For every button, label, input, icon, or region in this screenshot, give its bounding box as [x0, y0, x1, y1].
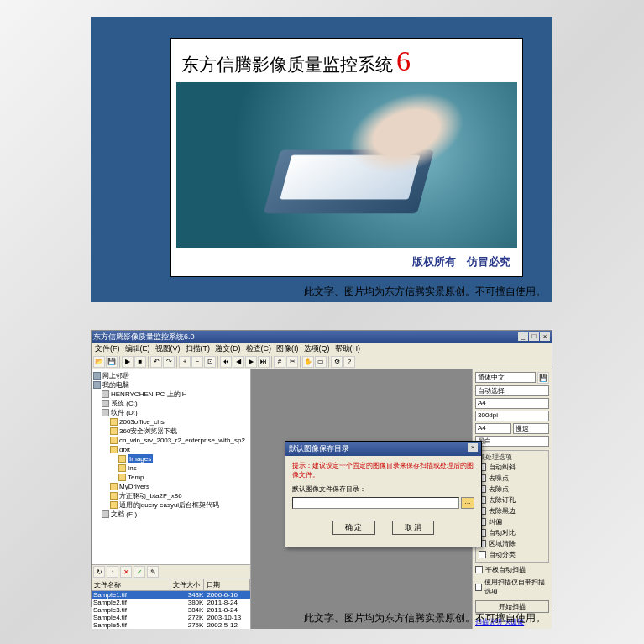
- tb-open-icon[interactable]: 📂: [93, 356, 105, 368]
- folder-icon: [110, 483, 118, 490]
- fl-up-icon[interactable]: ↑: [107, 566, 118, 578]
- save-settings-icon[interactable]: 💾: [537, 372, 549, 384]
- tree-ins[interactable]: Ins: [128, 463, 137, 473]
- menu-option[interactable]: 选项(Q): [304, 343, 330, 354]
- tree-n4[interactable]: dfxt: [119, 445, 130, 454]
- cb-autoclassify[interactable]: [479, 551, 486, 558]
- menu-check[interactable]: 检查(C): [246, 343, 272, 354]
- window-title: 东方信腾影像质量监控系统6.0: [93, 332, 195, 343]
- tree-images-selected[interactable]: Images: [128, 454, 153, 463]
- save-dir-dialog: 默认图像保存目录 × 提示：建议设定一个固定的图像目录来保存扫描或处理后的图像文…: [285, 441, 482, 547]
- menu-scan[interactable]: 扫描(T): [186, 343, 211, 354]
- save-dir-input[interactable]: [292, 497, 459, 509]
- col-size[interactable]: 文件大小: [170, 579, 204, 590]
- folder-icon: [118, 474, 126, 481]
- tb-last-icon[interactable]: ⏭: [258, 356, 270, 368]
- preprocess-group: 预处理选项 自动纠斜 去噪点 去除点 去除订孔 去除黑边 纠偏 自动对比 区域清…: [475, 450, 549, 563]
- tb-crop-icon[interactable]: ✂: [286, 356, 298, 368]
- tb-settings-icon[interactable]: ⚙: [331, 356, 343, 368]
- tb-zoom-out-icon[interactable]: −: [191, 356, 203, 368]
- tb-first-icon[interactable]: ⏮: [220, 356, 232, 368]
- tb-help-icon[interactable]: ?: [343, 356, 355, 368]
- paper-select2[interactable]: A4: [475, 423, 511, 434]
- speed-select[interactable]: 慢速: [513, 423, 549, 434]
- minimize-button[interactable]: _: [518, 332, 528, 341]
- tb-fit-icon[interactable]: ⊡: [204, 356, 216, 368]
- tree-net[interactable]: 网上邻居: [102, 371, 129, 380]
- menu-image[interactable]: 图像(I): [276, 343, 299, 354]
- col-date[interactable]: 日期: [204, 579, 250, 590]
- tree-d[interactable]: 软件 (D:): [111, 408, 138, 417]
- tree-mycomp[interactable]: 我的电脑: [102, 380, 129, 390]
- tree-n6[interactable]: 方正驱动_bta2P_x86: [119, 491, 182, 500]
- tree-c[interactable]: 系统 (C:): [111, 399, 138, 408]
- fl-check-icon[interactable]: ✓: [134, 566, 145, 578]
- file-list[interactable]: Sample1.tif343K2006-6-16 Sample2.tif380K…: [92, 591, 250, 629]
- cancel-button[interactable]: 取 消: [392, 521, 435, 535]
- dialog-close-button[interactable]: ×: [468, 443, 478, 452]
- folder-icon: [118, 464, 126, 472]
- folder-icon: [110, 501, 118, 509]
- app-watermark: 此文字、图片均为东方信腾实景原创。不可擅自使用。: [304, 611, 546, 626]
- file-row: Sample5.tif275K2002-5-12: [92, 621, 250, 629]
- tb-hand-icon[interactable]: ✋: [302, 356, 314, 368]
- tb-rotate-right-icon[interactable]: ↷: [163, 356, 175, 368]
- tb-save-icon[interactable]: 💾: [106, 356, 118, 368]
- tb-zoom-in-icon[interactable]: +: [179, 356, 191, 368]
- menu-view[interactable]: 视图(V): [155, 343, 181, 354]
- folder-tree[interactable]: 网上邻居 我的电脑 HENRYCHEN-PC 上的 H 系统 (C:) 软件 (…: [92, 369, 250, 564]
- dialog-titlebar: 默认图像保存目录 ×: [285, 442, 481, 456]
- tree-n1[interactable]: 2003office_chs: [119, 417, 165, 427]
- menu-edit[interactable]: 编辑(E): [125, 343, 150, 354]
- app-window: 东方信腾影像质量监控系统6.0 _ □ × 文件(F) 编辑(E) 视图(V) …: [91, 330, 552, 607]
- maximize-button[interactable]: □: [529, 332, 539, 341]
- file-row: Sample3.tif384K2011-8-24: [92, 606, 250, 614]
- network-icon: [93, 372, 101, 380]
- splash-image: [176, 82, 517, 248]
- tree-e[interactable]: 文档 (E:): [111, 510, 137, 519]
- tb-select-icon[interactable]: ▭: [315, 356, 327, 368]
- tb-grid-icon[interactable]: #: [274, 356, 285, 368]
- menu-file[interactable]: 文件(F): [95, 343, 120, 354]
- tb-scan-icon[interactable]: ▶: [122, 356, 134, 368]
- file-row: Sample4.tif272K2003-10-13: [92, 614, 250, 621]
- fl-delete-icon[interactable]: ✕: [120, 566, 132, 578]
- copyright-text: 版权所有 仿冒必究: [171, 249, 522, 276]
- computer-icon: [93, 381, 101, 389]
- fl-rename-icon[interactable]: ✎: [147, 566, 159, 578]
- paper-select[interactable]: A4: [475, 398, 549, 409]
- col-name[interactable]: 文件名称: [92, 579, 170, 590]
- splash-window: 东方信腾影像质量监控系统6 版权所有 仿冒必究: [170, 38, 523, 277]
- tree-n5[interactable]: MyDrivers: [119, 482, 149, 491]
- tb-prev-icon[interactable]: ◀: [233, 356, 244, 368]
- cb-flatbed[interactable]: [475, 566, 483, 573]
- fl-refresh-icon[interactable]: ↻: [93, 566, 105, 578]
- close-button[interactable]: ×: [540, 332, 550, 341]
- tree-h[interactable]: HENRYCHEN-PC 上的 H: [111, 390, 187, 399]
- cb-adf[interactable]: [475, 584, 482, 591]
- tb-rotate-left-icon[interactable]: ↶: [150, 356, 162, 368]
- color-select[interactable]: 黑白: [475, 436, 549, 447]
- tree-n2[interactable]: 360安全浏览器下载: [119, 427, 177, 436]
- dpi-select[interactable]: 300dpi: [475, 411, 549, 421]
- menu-submit[interactable]: 递交(D): [215, 343, 241, 354]
- tb-stop-icon[interactable]: ■: [134, 356, 146, 368]
- folder-icon: [110, 492, 118, 500]
- splash-title: 东方信腾影像质量监控系统6: [171, 39, 522, 81]
- filelist-header: 文件名称 文件大小 日期: [92, 579, 250, 591]
- scan-panel: 简体中文 💾 自动选择 A4 300dpi A4 慢速 黑白 预处理选项 自动纠…: [472, 369, 552, 629]
- drive-icon: [102, 390, 109, 398]
- lang-select[interactable]: 简体中文: [475, 372, 536, 383]
- menu-help[interactable]: 帮助(H): [335, 343, 361, 354]
- ok-button[interactable]: 确 定: [332, 521, 375, 535]
- driver-select[interactable]: 自动选择: [475, 385, 549, 396]
- version-number: 6: [396, 45, 411, 76]
- file-row: Sample1.tif343K2006-6-16: [92, 591, 250, 599]
- tree-n7[interactable]: 通用的jquery easyui后台框架代码: [119, 500, 219, 510]
- tree-n3[interactable]: cn_win_srv_2003_r2_enterprise_with_sp2: [119, 436, 245, 445]
- file-toolbar: ↻ ↑ ✕ ✓ ✎: [92, 564, 250, 579]
- tb-next-icon[interactable]: ▶: [245, 356, 257, 368]
- app-container: 东方信腾影像质量监控系统6.0 _ □ × 文件(F) 编辑(E) 视图(V) …: [91, 330, 552, 624]
- tree-temp[interactable]: Temp: [128, 473, 144, 482]
- browse-button[interactable]: …: [461, 497, 474, 509]
